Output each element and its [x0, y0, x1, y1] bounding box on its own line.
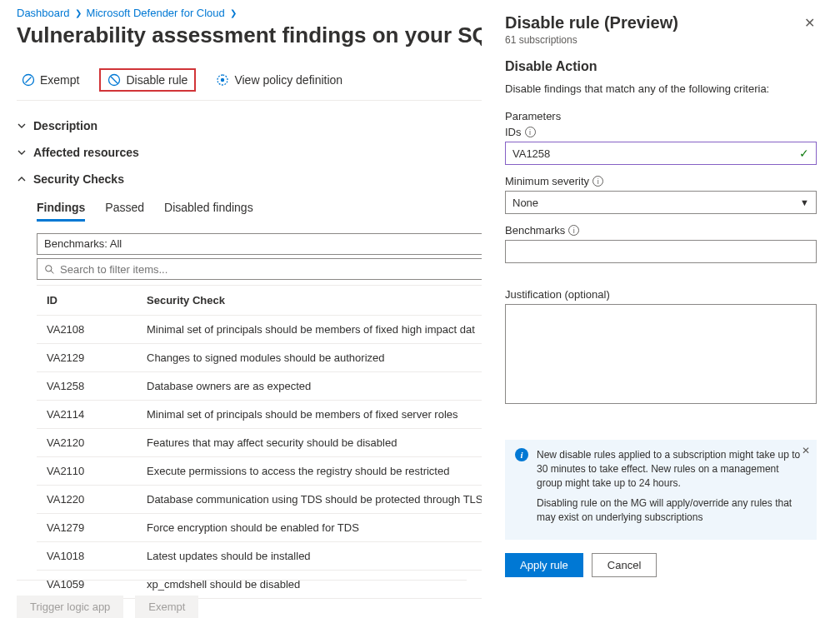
- disable-rule-button[interactable]: Disable rule: [99, 68, 196, 92]
- ids-value: VA1258: [512, 147, 550, 160]
- svg-point-5: [46, 265, 52, 271]
- justification-label: Justification (optional): [505, 288, 817, 301]
- info-icon[interactable]: i: [592, 176, 603, 187]
- cell-id: VA1279: [37, 514, 137, 542]
- exempt-bottom-button[interactable]: Exempt: [135, 596, 198, 618]
- bottom-actions: Trigger logic app Exempt: [17, 580, 467, 618]
- col-id[interactable]: ID: [37, 286, 137, 316]
- cell-id: VA1018: [37, 542, 137, 571]
- chevron-right-icon: ❯: [230, 8, 237, 17]
- view-policy-label: View policy definition: [234, 73, 342, 87]
- chevron-up-icon: [17, 174, 27, 184]
- view-policy-button[interactable]: View policy definition: [211, 70, 348, 90]
- cell-id: VA2129: [37, 344, 137, 372]
- banner-text-1: New disable rules applied to a subscript…: [537, 448, 807, 490]
- justification-textarea[interactable]: [505, 304, 817, 404]
- tab-passed[interactable]: Passed: [105, 196, 144, 222]
- panel-action-heading: Disable Action: [505, 59, 817, 74]
- tab-findings[interactable]: Findings: [37, 196, 85, 222]
- info-icon[interactable]: i: [525, 127, 536, 137]
- ids-input[interactable]: VA1258 ✓: [505, 142, 817, 165]
- parameters-label: Parameters: [505, 110, 817, 122]
- ids-label: IDs i: [505, 126, 817, 138]
- checkmark-icon: ✓: [799, 147, 809, 160]
- trigger-logic-app-button[interactable]: Trigger logic app: [17, 596, 123, 618]
- cell-id: VA2120: [37, 429, 137, 457]
- disable-icon: [108, 73, 121, 87]
- section-affected-label: Affected resources: [33, 146, 139, 159]
- disable-rule-panel: Disable rule (Preview) 61 subscriptions …: [482, 0, 840, 638]
- svg-line-6: [51, 271, 53, 273]
- close-icon[interactable]: ✕: [802, 445, 810, 456]
- svg-line-3: [111, 77, 118, 83]
- tab-disabled[interactable]: Disabled findings: [164, 196, 253, 222]
- info-icon: i: [515, 448, 528, 461]
- exempt-button[interactable]: Exempt: [17, 70, 84, 90]
- cancel-button[interactable]: Cancel: [592, 553, 657, 577]
- info-banner: i New disable rules applied to a subscri…: [505, 440, 817, 540]
- cell-id: VA2108: [37, 316, 137, 344]
- info-icon[interactable]: i: [568, 225, 579, 236]
- benchmarks-input[interactable]: [505, 240, 817, 263]
- disable-rule-label: Disable rule: [126, 73, 188, 87]
- cell-id: VA2110: [37, 457, 137, 486]
- chevron-right-icon: ❯: [75, 8, 82, 17]
- breadcrumb-link-dashboard[interactable]: Dashboard: [17, 7, 70, 19]
- breadcrumb-link-defender[interactable]: Microsoft Defender for Cloud: [87, 7, 225, 19]
- cell-id: VA1220: [37, 486, 137, 514]
- section-description-label: Description: [33, 119, 98, 132]
- cell-id: VA2114: [37, 401, 137, 429]
- panel-title: Disable rule (Preview): [505, 13, 678, 32]
- policy-icon: [216, 73, 229, 87]
- svg-point-4: [221, 78, 224, 82]
- benchmarks-label: Benchmarks i: [505, 224, 817, 237]
- section-checks-label: Security Checks: [33, 172, 124, 186]
- chevron-down-icon: [17, 121, 27, 131]
- apply-rule-button[interactable]: Apply rule: [505, 553, 583, 577]
- chevron-down-icon: [17, 147, 27, 157]
- exempt-icon: [22, 73, 35, 87]
- chevron-down-icon: ▼: [800, 197, 809, 207]
- banner-text-2: Disabling rule on the MG will apply/over…: [537, 496, 807, 525]
- search-icon: [44, 264, 55, 275]
- panel-subtitle: 61 subscriptions: [505, 34, 678, 46]
- svg-line-1: [26, 77, 32, 83]
- cell-id: VA1258: [37, 372, 137, 401]
- min-severity-value: None: [512, 197, 538, 209]
- min-severity-label: Minimum severity i: [505, 175, 817, 187]
- close-icon[interactable]: ✕: [802, 13, 817, 32]
- min-severity-select[interactable]: None ▼: [505, 191, 817, 214]
- exempt-label: Exempt: [40, 73, 79, 87]
- panel-action-desc: Disable findings that match any of the f…: [505, 82, 817, 95]
